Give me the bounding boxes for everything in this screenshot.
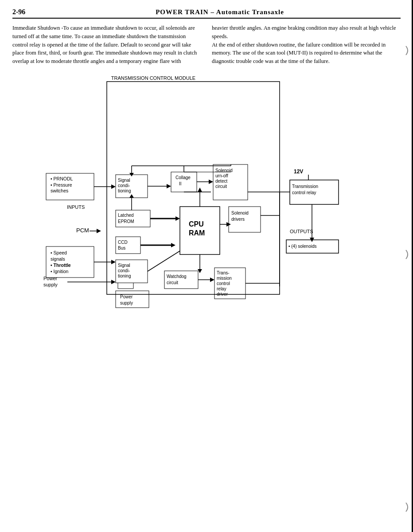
eprom-label: Latched — [118, 213, 134, 218]
collage-label: Collage — [175, 175, 191, 180]
sol-urnoff-label3: detect — [215, 179, 227, 184]
ignition-label: • Ignition — [51, 269, 69, 274]
page-curl-3 — [397, 501, 409, 513]
outputs-label: OUTPUTS — [290, 229, 313, 234]
svg-rect-0 — [107, 82, 280, 294]
power-supply-left-label: Power — [43, 276, 58, 281]
cpu-label: CPU — [189, 220, 204, 228]
svg-marker-23 — [171, 243, 175, 247]
svg-marker-32 — [210, 278, 214, 282]
tcr-label2: control relay — [292, 190, 316, 195]
throttle-label: • Throttle — [51, 262, 71, 268]
inputs-label: INPUTS — [67, 204, 85, 210]
svg-marker-2 — [97, 229, 101, 233]
svg-marker-16 — [209, 180, 213, 184]
svg-marker-4 — [111, 280, 116, 284]
svg-rect-30 — [164, 271, 198, 289]
text-left: Immediate Shutdown -To cause an immediat… — [12, 24, 201, 66]
page-curl-1 — [397, 44, 409, 57]
text-right: heavier throttle angles. An engine braki… — [212, 24, 401, 66]
collage-label2: II — [179, 181, 182, 186]
svg-marker-20 — [175, 216, 180, 221]
tcr-driver-label4: relay — [217, 286, 226, 291]
four-sol-label: • (4) solenoids — [288, 244, 317, 249]
text-columns: Immediate Shutdown -To cause an immediat… — [12, 24, 401, 66]
page-header: 2-96 POWER TRAIN – Automatic Transaxle — [12, 8, 401, 19]
speed-label: • Speed — [51, 250, 67, 255]
svg-marker-53 — [198, 188, 202, 192]
switches-label: switches — [51, 188, 68, 193]
svg-marker-13 — [167, 184, 171, 188]
ps-block-label2: supply — [120, 301, 133, 305]
page-number: 2-96 — [12, 8, 39, 16]
speed-signals-label: signals — [51, 256, 65, 262]
tcr-driver-label2: mission — [217, 276, 232, 281]
tcr-label: Transmission — [292, 184, 318, 189]
sig-cond2-label: Signal — [118, 263, 130, 268]
sol-urnoff-label2: urn-off — [215, 173, 228, 178]
svg-marker-56 — [129, 194, 134, 198]
svg-marker-10 — [111, 260, 116, 264]
pcm-label: PCM — [76, 227, 89, 234]
sig-cond1-label: Signal — [118, 178, 130, 183]
sig-cond2-label3: tioning — [118, 274, 131, 278]
watchdog-label: Watchdog — [167, 274, 187, 279]
eprom-label2: EPROM — [118, 219, 134, 224]
svg-marker-7 — [111, 184, 116, 189]
tcr-driver-label5: driver — [217, 292, 228, 297]
sol-drivers-label: Solenoid — [231, 211, 249, 215]
ccd-label: CCD — [118, 240, 128, 245]
page-container: 2-96 POWER TRAIN – Automatic Transaxle I… — [0, 0, 413, 532]
circuit-diagram: TRANSMISSION CONTROL MODULE INPUTS PCM O… — [25, 74, 388, 322]
power-supply-left-label2: supply — [43, 282, 58, 287]
svg-rect-21 — [116, 237, 140, 254]
sig-cond1-label2: condi- — [118, 183, 130, 188]
pressure-label: • Pressure — [51, 182, 72, 188]
spi-bus-label: SPI BUS — [144, 240, 156, 243]
sol-drivers-label2: drivers — [231, 217, 245, 222]
sig-cond1-label3: tioning — [118, 188, 131, 193]
address-data-label: ADDRESS•DATA — [155, 213, 179, 216]
watchdog-label2: circuit — [167, 280, 178, 285]
sol-urnoff-label4: circuit — [215, 184, 227, 189]
tcr-driver-label: Trans- — [217, 270, 230, 275]
ps-block-label: Power — [120, 294, 133, 299]
diagram-area: TRANSMISSION CONTROL MODULE INPUTS PCM O… — [12, 74, 401, 322]
tcm-title: TRANSMISSION CONTROL MODULE — [111, 75, 195, 81]
page-title: POWER TRAIN – Automatic Transaxle — [39, 8, 401, 16]
voltage-label: 12V — [294, 168, 303, 175]
svg-line-29 — [148, 251, 180, 271]
ram-label: RAM — [189, 229, 205, 237]
ccd-label2: Bus — [118, 246, 125, 250]
prnodl-label: • PRNODL — [51, 176, 73, 181]
sig-cond2-label2: condi- — [118, 268, 130, 273]
tcr-driver-label3: control — [217, 281, 230, 286]
